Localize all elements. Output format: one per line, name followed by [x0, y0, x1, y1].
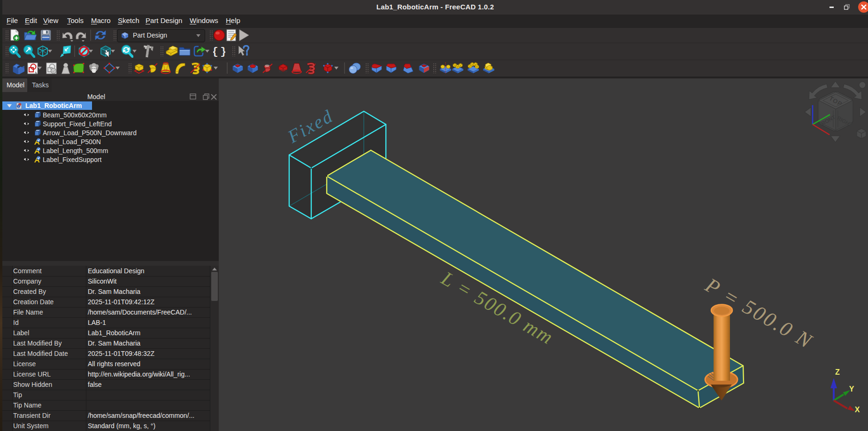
svg-text:Z: Z	[835, 368, 840, 376]
svg-text:Y: Y	[849, 385, 854, 393]
svg-text:X: X	[855, 406, 860, 414]
svg-text:{ }: { }	[213, 46, 225, 57]
